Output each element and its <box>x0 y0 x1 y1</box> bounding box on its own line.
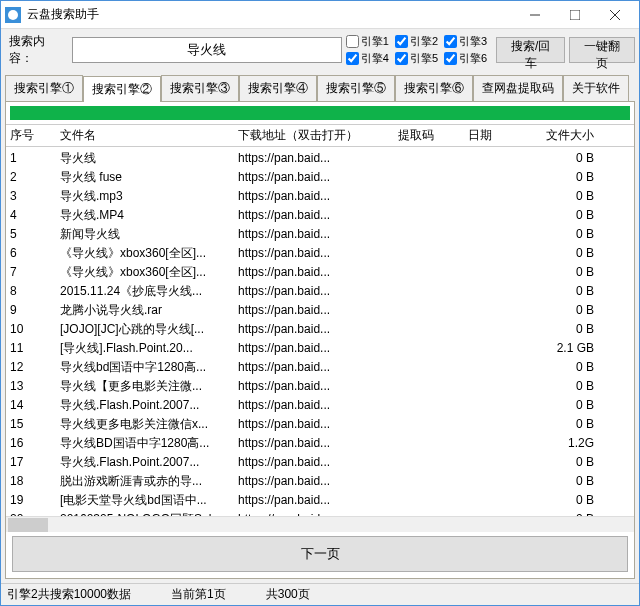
cell <box>464 394 534 413</box>
cell <box>464 508 534 516</box>
cell: 12 <box>6 356 56 375</box>
cell: 导火线.MP4 <box>56 204 234 223</box>
col-date[interactable]: 日期 <box>464 125 534 146</box>
cell: 17 <box>6 451 56 470</box>
cell <box>394 280 464 299</box>
engine-label: 引擎5 <box>410 51 438 66</box>
cell: 7 <box>6 261 56 280</box>
table-row[interactable]: 12导火线bd国语中字1280高...https://pan.baid...0 … <box>6 356 634 375</box>
cell: 0 B <box>534 413 598 432</box>
cell: https://pan.baid... <box>234 204 394 223</box>
col-seq[interactable]: 序号 <box>6 125 56 146</box>
engine-check-4[interactable]: 引擎4 <box>346 51 389 66</box>
table-row[interactable]: 7《导火线》xbox360[全区]...https://pan.baid...0… <box>6 261 634 280</box>
tab-5[interactable]: 搜索引擎⑥ <box>395 75 473 101</box>
table-row[interactable]: 19[电影天堂导火线bd国语中...https://pan.baid...0 B <box>6 489 634 508</box>
minimize-button[interactable] <box>515 1 555 29</box>
cell <box>464 280 534 299</box>
tabs: 搜索引擎①搜索引擎②搜索引擎③搜索引擎④搜索引擎⑤搜索引擎⑥查网盘提取码关于软件 <box>1 75 639 101</box>
table-row[interactable]: 11[导火线].Flash.Point.20...https://pan.bai… <box>6 337 634 356</box>
tab-4[interactable]: 搜索引擎⑤ <box>317 75 395 101</box>
engine-checkbox[interactable] <box>395 35 408 48</box>
table-row[interactable]: 17导火线.Flash.Point.2007...https://pan.bai… <box>6 451 634 470</box>
window-title: 云盘搜索助手 <box>27 6 515 23</box>
engine-check-5[interactable]: 引擎5 <box>395 51 438 66</box>
cell <box>464 185 534 204</box>
tab-0[interactable]: 搜索引擎① <box>5 75 83 101</box>
engine-checkbox[interactable] <box>444 52 457 65</box>
cell <box>464 489 534 508</box>
table-row[interactable]: 3导火线.mp3https://pan.baid...0 B <box>6 185 634 204</box>
search-input[interactable] <box>72 37 342 63</box>
tab-2[interactable]: 搜索引擎③ <box>161 75 239 101</box>
tab-6[interactable]: 查网盘提取码 <box>473 75 563 101</box>
scroll-thumb[interactable] <box>8 518 48 532</box>
engine-label: 引擎2 <box>410 34 438 49</box>
cell: 导火线BD国语中字1280高... <box>56 432 234 451</box>
cell: 脱出游戏断涯青或赤的导... <box>56 470 234 489</box>
engine-check-2[interactable]: 引擎2 <box>395 34 438 49</box>
cell: 《导火线》xbox360[全区]... <box>56 242 234 261</box>
engine-checkbox[interactable] <box>395 52 408 65</box>
cell: 6 <box>6 242 56 261</box>
cell <box>464 242 534 261</box>
horizontal-scrollbar[interactable] <box>6 516 634 532</box>
cell: 18 <box>6 470 56 489</box>
table-row[interactable]: 4导火线.MP4https://pan.baid...0 B <box>6 204 634 223</box>
maximize-button[interactable] <box>555 1 595 29</box>
table-body[interactable]: 1导火线https://pan.baid...0 B2导火线 fusehttps… <box>6 147 634 516</box>
table-row[interactable]: 10[JOJO][JC]心跳的导火线[...https://pan.baid..… <box>6 318 634 337</box>
tab-3[interactable]: 搜索引擎④ <box>239 75 317 101</box>
table-row[interactable]: 13导火线【更多电影关注微...https://pan.baid...0 B <box>6 375 634 394</box>
next-page-button[interactable]: 下一页 <box>12 536 628 572</box>
cell: 4 <box>6 204 56 223</box>
tab-1[interactable]: 搜索引擎② <box>83 76 161 102</box>
cell: 导火线更多电影关注微信x... <box>56 413 234 432</box>
table-row[interactable]: 2020160305-NOLOGO回顾Sel...https://pan.bai… <box>6 508 634 516</box>
table-row[interactable]: 14导火线.Flash.Point.2007...https://pan.bai… <box>6 394 634 413</box>
cell <box>464 337 534 356</box>
cell: https://pan.baid... <box>234 394 394 413</box>
cell: 14 <box>6 394 56 413</box>
engine-check-6[interactable]: 引擎6 <box>444 51 487 66</box>
cell <box>394 489 464 508</box>
table-row[interactable]: 1导火线https://pan.baid...0 B <box>6 147 634 166</box>
cell: 0 B <box>534 299 598 318</box>
cell: 16 <box>6 432 56 451</box>
cell: 8 <box>6 280 56 299</box>
engine-checkbox[interactable] <box>346 35 359 48</box>
engine-check-3[interactable]: 引擎3 <box>444 34 487 49</box>
cell: 导火线.Flash.Point.2007... <box>56 451 234 470</box>
cell <box>394 356 464 375</box>
cell: https://pan.baid... <box>234 299 394 318</box>
close-button[interactable] <box>595 1 635 29</box>
cell: 13 <box>6 375 56 394</box>
table-row[interactable]: 82015.11.24《抄底导火线...https://pan.baid...0… <box>6 280 634 299</box>
table-row[interactable]: 2导火线 fusehttps://pan.baid...0 B <box>6 166 634 185</box>
table-row[interactable]: 16导火线BD国语中字1280高...https://pan.baid...1.… <box>6 432 634 451</box>
cell: 0 B <box>534 242 598 261</box>
cell <box>464 451 534 470</box>
search-button[interactable]: 搜索/回车 <box>496 37 565 63</box>
table-row[interactable]: 18脱出游戏断涯青或赤的导...https://pan.baid...0 B <box>6 470 634 489</box>
results-table: 序号 文件名 下载地址（双击打开） 提取码 日期 文件大小 1导火线https:… <box>6 124 634 532</box>
cell <box>394 242 464 261</box>
engine-checkbox[interactable] <box>346 52 359 65</box>
col-size[interactable]: 文件大小 <box>534 125 598 146</box>
engine-checkbox[interactable] <box>444 35 457 48</box>
col-url[interactable]: 下载地址（双击打开） <box>234 125 394 146</box>
engine-check-1[interactable]: 引擎1 <box>346 34 389 49</box>
tab-7[interactable]: 关于软件 <box>563 75 629 101</box>
cell <box>394 337 464 356</box>
table-row[interactable]: 6《导火线》xbox360[全区]...https://pan.baid...0… <box>6 242 634 261</box>
engine-checkboxes: 引擎1引擎2引擎3引擎4引擎5引擎6 <box>346 34 492 66</box>
col-name[interactable]: 文件名 <box>56 125 234 146</box>
cell <box>464 413 534 432</box>
table-row[interactable]: 5新闻导火线https://pan.baid...0 B <box>6 223 634 242</box>
table-row[interactable]: 15导火线更多电影关注微信x...https://pan.baid...0 B <box>6 413 634 432</box>
cell: 0 B <box>534 204 598 223</box>
cell: https://pan.baid... <box>234 470 394 489</box>
table-row[interactable]: 9龙腾小说导火线.rarhttps://pan.baid...0 B <box>6 299 634 318</box>
page-button[interactable]: 一键翻页 <box>569 37 635 63</box>
col-code[interactable]: 提取码 <box>394 125 464 146</box>
